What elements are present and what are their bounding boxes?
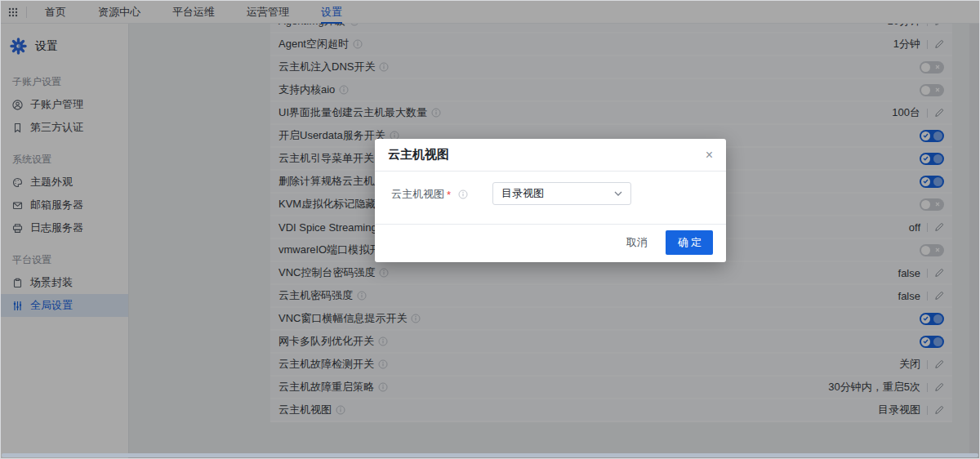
view-select-value: 目录视图 bbox=[501, 186, 544, 201]
field-label-text: 云主机视图 bbox=[391, 187, 444, 202]
cloud-host-view-dialog: 云主机视图 × 云主机视图 * 目录视图 bbox=[375, 139, 726, 262]
required-mark: * bbox=[447, 189, 451, 201]
cancel-button[interactable]: 取消 bbox=[626, 235, 648, 250]
info-icon bbox=[458, 189, 468, 199]
app-window: 首页资源中心平台运维运营管理设置 设置 子账户设置子账户管理第 bbox=[0, 0, 980, 459]
close-icon[interactable]: × bbox=[706, 149, 713, 162]
dialog-footer: 取消 确定 bbox=[375, 224, 726, 262]
horizontal-scrollbar[interactable] bbox=[2, 453, 978, 457]
view-select[interactable]: 目录视图 bbox=[492, 182, 631, 205]
dialog-header: 云主机视图 × bbox=[375, 139, 726, 172]
confirm-button[interactable]: 确定 bbox=[666, 230, 713, 255]
chevron-down-icon bbox=[614, 191, 622, 196]
dialog-body: 云主机视图 * 目录视图 bbox=[375, 172, 726, 224]
field-label: 云主机视图 * bbox=[391, 187, 468, 202]
dialog-title: 云主机视图 bbox=[388, 147, 449, 163]
